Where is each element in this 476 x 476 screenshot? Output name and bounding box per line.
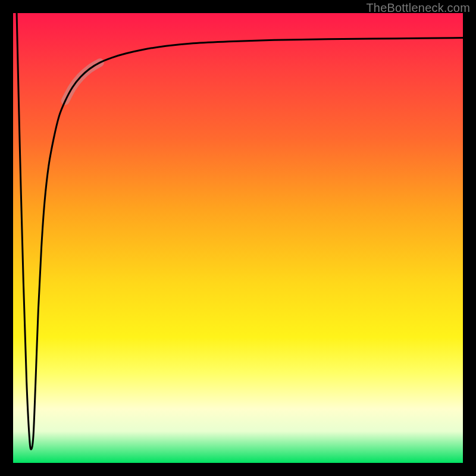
watermark-text: TheBottleneck.com: [366, 1, 470, 15]
curve-layer: [13, 13, 463, 463]
bottleneck-curve-highlight: [65, 62, 100, 101]
chart-frame: TheBottleneck.com: [0, 0, 476, 476]
